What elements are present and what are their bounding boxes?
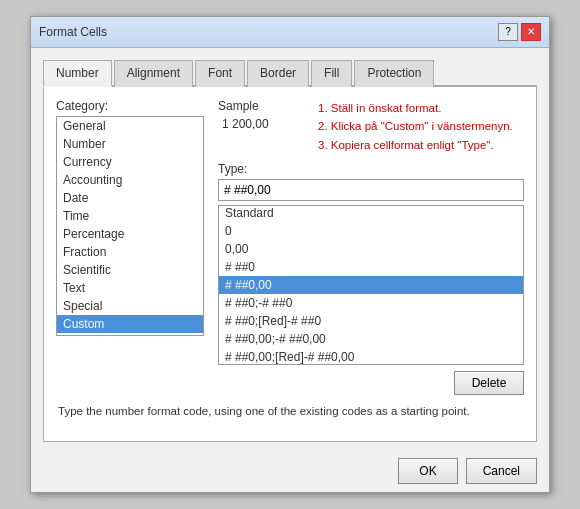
tab-number[interactable]: Number (43, 60, 112, 87)
category-item[interactable]: Percentage (57, 225, 203, 243)
format-item[interactable]: 0,00 (219, 240, 523, 258)
tab-protection[interactable]: Protection (354, 60, 434, 87)
category-item[interactable]: Number (57, 135, 203, 153)
delete-row: Delete (218, 371, 524, 395)
category-item[interactable]: Time (57, 207, 203, 225)
category-item[interactable]: Fraction (57, 243, 203, 261)
tab-font[interactable]: Font (195, 60, 245, 87)
category-item[interactable]: Scientific (57, 261, 203, 279)
category-item[interactable]: General (57, 117, 203, 135)
type-input[interactable] (218, 179, 524, 201)
category-item[interactable]: Text (57, 279, 203, 297)
format-listbox[interactable]: Standard00,00# ##0# ##0,00# ##0;-# ##0# … (218, 205, 524, 365)
right-panel: Sample 1 200,00 1. Ställ in önskat forma… (218, 99, 524, 395)
hint-line3: 3. Kopiera cellformat enligt "Type". (318, 136, 513, 154)
dialog-buttons: OK Cancel (31, 454, 549, 492)
sample-row: Sample 1 200,00 1. Ställ in önskat forma… (218, 99, 524, 154)
cancel-button[interactable]: Cancel (466, 458, 537, 484)
format-item[interactable]: # ##0 (219, 258, 523, 276)
sample-block: Sample 1 200,00 (218, 99, 298, 133)
delete-button[interactable]: Delete (454, 371, 524, 395)
title-bar-left: Format Cells (39, 25, 107, 39)
content-panel: Category: GeneralNumberCurrencyAccountin… (43, 87, 537, 442)
dialog-title: Format Cells (39, 25, 107, 39)
sample-value: 1 200,00 (218, 115, 298, 133)
format-cells-dialog: Format Cells ? ✕ Number Alignment Font B… (30, 16, 550, 493)
format-item[interactable]: # ##0;-# ##0 (219, 294, 523, 312)
category-item[interactable]: Date (57, 189, 203, 207)
ok-button[interactable]: OK (398, 458, 457, 484)
category-item[interactable]: Currency (57, 153, 203, 171)
panel-row: Category: GeneralNumberCurrencyAccountin… (56, 99, 524, 395)
hint-line2: 2. Klicka på "Custom" i vänstermenyn. (318, 117, 513, 135)
format-item[interactable]: # ##0;[Red]-# ##0 (219, 312, 523, 330)
category-listbox[interactable]: GeneralNumberCurrencyAccountingDateTimeP… (56, 116, 204, 336)
tab-alignment[interactable]: Alignment (114, 60, 193, 87)
dialog-body: Number Alignment Font Border Fill Protec… (31, 48, 549, 454)
format-item[interactable]: # ##0,00;-# ##0,00 (219, 330, 523, 348)
type-label: Type: (218, 162, 524, 176)
category-item[interactable]: Special (57, 297, 203, 315)
tab-fill[interactable]: Fill (311, 60, 352, 87)
category-item[interactable]: Accounting (57, 171, 203, 189)
help-button[interactable]: ? (498, 23, 518, 41)
hint-block: 1. Ställ in önskat format. 2. Klicka på … (318, 99, 513, 154)
close-button[interactable]: ✕ (521, 23, 541, 41)
title-bar: Format Cells ? ✕ (31, 17, 549, 48)
category-section: Category: GeneralNumberCurrencyAccountin… (56, 99, 206, 395)
tab-bar: Number Alignment Font Border Fill Protec… (43, 58, 537, 87)
sample-label: Sample (218, 99, 298, 113)
hint-line1: 1. Ställ in önskat format. (318, 99, 513, 117)
format-item[interactable]: # ##0,00 (219, 276, 523, 294)
format-item[interactable]: 0 (219, 222, 523, 240)
format-item[interactable]: Standard (219, 205, 523, 222)
category-label: Category: (56, 99, 206, 113)
tab-border[interactable]: Border (247, 60, 309, 87)
hint-bottom: Type the number format code, using one o… (56, 405, 524, 417)
title-buttons: ? ✕ (498, 23, 541, 41)
format-item[interactable]: # ##0,00;[Red]-# ##0,00 (219, 348, 523, 365)
category-item[interactable]: Custom (57, 315, 203, 333)
